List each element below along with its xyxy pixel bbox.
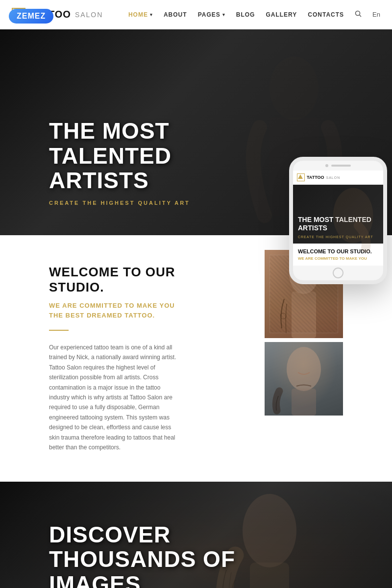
hero-title: THE MOST TALENTED ARTISTS (49, 119, 255, 193)
phone-hero-section: THE MOST TALENTED ARTISTS CREATE THE HIG… (293, 185, 383, 244)
svg-point-9 (280, 313, 286, 319)
about-section: WELCOME TO OUR STUDIO. WE ARE COMMITTED … (0, 235, 392, 482)
navbar: TATTOO SALON HOME ▾ ABOUT PAGES ▾ BLOG G… (0, 0, 392, 29)
nav-item-pages[interactable]: PAGES ▾ (198, 11, 225, 18)
about-image-bottom (265, 342, 343, 416)
about-divider (49, 330, 69, 331)
svg-point-11 (287, 347, 321, 391)
phone-screen: TATTOO SALON THE MOST TALENTED ARTISTS C… (293, 171, 383, 266)
nav-item-home[interactable]: HOME ▾ (128, 11, 153, 18)
svg-rect-8 (292, 292, 316, 338)
chevron-down-icon: ▾ (150, 12, 153, 17)
about-title: WELCOME TO OUR STUDIO. (49, 265, 176, 295)
search-button[interactable] (355, 10, 362, 19)
about-section-wrapper: WELCOME TO OUR STUDIO. WE ARE COMMITTED … (0, 235, 392, 482)
hero-subtitle: CREATE THE HIGHEST QUALITY ART (49, 200, 255, 206)
about-content: WELCOME TO OUR STUDIO. WE ARE COMMITTED … (0, 265, 206, 452)
nav-item-about[interactable]: ABOUT (164, 11, 187, 18)
nav-menu: HOME ▾ ABOUT PAGES ▾ BLOG GALLERY CONTAC… (128, 10, 380, 19)
language-selector[interactable]: En (372, 11, 380, 18)
hero-content: THE MOST TALENTED ARTISTS CREATE THE HIG… (0, 119, 255, 206)
phone-mockup: TATTOO SALON THE MOST TALENTED ARTISTS C… (289, 157, 387, 284)
svg-point-2 (270, 56, 318, 120)
logo-suffix: SALON (75, 11, 103, 19)
discover-section: DISCOVER THOUSANDS OF IMAGES AND SAVE CR… (0, 482, 392, 588)
chevron-down-icon-2: ▾ (222, 12, 225, 17)
zemez-badge[interactable]: ZEMEZ (9, 9, 53, 24)
about-body: Our experienced tattoo team is one of a … (49, 343, 176, 452)
svg-point-0 (356, 11, 360, 16)
svg-line-1 (360, 15, 362, 17)
discover-content: DISCOVER THOUSANDS OF IMAGES AND SAVE CR… (0, 522, 294, 588)
man-tattoo-graphic (265, 342, 343, 416)
about-subtitle: WE ARE COMMITTED TO MAKE YOU THE BEST DR… (49, 301, 176, 320)
svg-rect-12 (292, 389, 316, 416)
nav-item-contacts[interactable]: CONTACTS (308, 11, 344, 18)
svg-rect-10 (265, 342, 343, 416)
nav-item-blog[interactable]: BLOG (236, 11, 255, 18)
discover-title: DISCOVER THOUSANDS OF IMAGES (49, 522, 294, 588)
nav-item-gallery[interactable]: GALLERY (266, 11, 297, 18)
